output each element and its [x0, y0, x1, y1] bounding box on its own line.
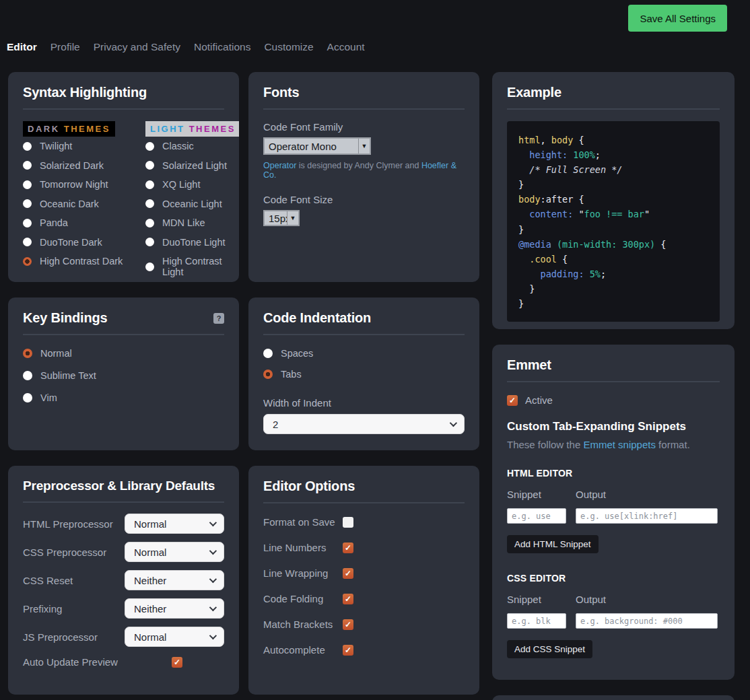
- theme-option-panda[interactable]: Panda: [23, 217, 133, 228]
- chevron-down-icon: [450, 419, 457, 427]
- line-numbers-checkbox[interactable]: [343, 542, 353, 553]
- radio-icon[interactable]: [263, 349, 273, 358]
- theme-option-high-contrast-light[interactable]: High Contrast Light: [145, 256, 239, 277]
- keybinding-option-normal[interactable]: Normal: [23, 348, 224, 359]
- chevron-down-icon: [209, 632, 217, 639]
- radio-icon-checked[interactable]: [263, 370, 273, 379]
- theme-option-duotone-dark[interactable]: DuoTone Dark: [23, 237, 133, 248]
- radio-icon[interactable]: [23, 219, 32, 228]
- theme-option-tomorrow-night[interactable]: Tomorrow Night: [23, 179, 133, 190]
- theme-option-solarized-light[interactable]: Solarized Light: [145, 160, 239, 171]
- panel-title: Example: [507, 85, 720, 100]
- code-font-size-select[interactable]: 15px ▼: [263, 210, 300, 226]
- radio-icon[interactable]: [23, 142, 32, 151]
- keybinding-option-sublime[interactable]: Sublime Text: [23, 370, 224, 381]
- radio-icon[interactable]: [145, 238, 154, 246]
- preprocessor-defaults-panel: Preprocessor & Library Defaults HTML Pre…: [8, 466, 239, 695]
- keybinding-option-vim[interactable]: Vim: [23, 392, 224, 403]
- emmet-snippets-link[interactable]: Emmet snippets: [583, 439, 656, 450]
- radio-icon-checked[interactable]: [23, 257, 32, 266]
- theme-option-oceanic-dark[interactable]: Oceanic Dark: [23, 199, 133, 209]
- radio-icon[interactable]: [145, 180, 154, 189]
- radio-icon[interactable]: [23, 371, 32, 380]
- field-label: Match Brackets: [263, 619, 343, 630]
- radio-icon[interactable]: [145, 142, 154, 151]
- theme-option-xq-light[interactable]: XQ Light: [145, 179, 239, 190]
- emmet-active-row[interactable]: Active: [507, 394, 720, 406]
- autocomplete-checkbox[interactable]: [343, 645, 353, 656]
- indent-option-tabs[interactable]: Tabs: [263, 369, 465, 380]
- radio-icon[interactable]: [23, 180, 32, 189]
- fonts-panel: Fonts Code Font Family Operator Mono ▼ O…: [248, 72, 479, 282]
- divider: [263, 502, 465, 503]
- theme-option-high-contrast-dark[interactable]: High Contrast Dark: [23, 256, 133, 267]
- chevron-down-icon: [209, 575, 217, 583]
- dark-themes-badge: DARK THEMES: [23, 121, 115, 137]
- operator-link[interactable]: Operator: [263, 161, 296, 170]
- html-output-input[interactable]: [576, 508, 718, 524]
- width-of-indent-label: Width of Indent: [263, 397, 465, 409]
- width-of-indent-select[interactable]: 2: [263, 414, 465, 434]
- auto-update-preview-checkbox[interactable]: [172, 657, 182, 668]
- field-label: Line Numbers: [263, 542, 343, 553]
- tab-account[interactable]: Account: [327, 41, 365, 53]
- line-wrapping-checkbox[interactable]: [343, 568, 353, 579]
- theme-option-mdn-like[interactable]: MDN Like: [145, 217, 239, 228]
- css-output-input[interactable]: [576, 613, 718, 629]
- js-preprocessor-select[interactable]: Normal: [125, 627, 224, 647]
- tab-customize[interactable]: Customize: [264, 41, 313, 53]
- add-css-snippet-button[interactable]: Add CSS Snippet: [507, 640, 592, 658]
- theme-option-oceanic-light[interactable]: Oceanic Light: [145, 199, 239, 209]
- divider: [23, 334, 224, 335]
- radio-icon[interactable]: [145, 199, 154, 208]
- example-code: html, body { height: 100%; /* Full Scree…: [507, 121, 720, 322]
- code-font-family-select[interactable]: Operator Mono ▼: [263, 137, 371, 155]
- css-snippet-input[interactable]: [507, 613, 566, 629]
- light-themes-badge: LIGHT THEMES: [145, 121, 239, 137]
- snippet-label: Snippet: [507, 594, 576, 605]
- indent-option-spaces[interactable]: Spaces: [263, 348, 465, 359]
- divider: [23, 501, 224, 503]
- custom-snippets-heading: Custom Tab-Expanding Snippets: [507, 420, 720, 433]
- radio-icon[interactable]: [23, 393, 32, 403]
- divider: [263, 108, 465, 110]
- format-on-save-checkbox[interactable]: [343, 517, 353, 528]
- question-mark-icon[interactable]: ?: [213, 313, 224, 324]
- tab-privacy-and-safety[interactable]: Privacy and Safety: [94, 41, 180, 53]
- radio-icon[interactable]: [145, 219, 154, 228]
- css-reset-select[interactable]: Neither: [125, 570, 224, 590]
- field-label: Code Folding: [263, 593, 343, 604]
- radio-icon[interactable]: [145, 262, 154, 271]
- dropdown-arrow-icon[interactable]: ▼: [287, 211, 298, 225]
- key-bindings-panel: Key Bindings ? Normal Sublime Text Vim: [8, 298, 239, 450]
- css-editor-heading: CSS EDITOR: [507, 573, 720, 584]
- field-label: Format on Save: [263, 516, 343, 528]
- match-brackets-checkbox[interactable]: [343, 619, 353, 630]
- theme-option-solarized-dark[interactable]: Solarized Dark: [23, 160, 133, 171]
- css-preprocessor-select[interactable]: Normal: [125, 542, 224, 562]
- theme-option-twilight[interactable]: Twilight: [23, 141, 133, 151]
- radio-icon[interactable]: [23, 161, 32, 170]
- divider: [507, 381, 720, 382]
- code-folding-checkbox[interactable]: [343, 594, 353, 604]
- dropdown-arrow-icon[interactable]: ▼: [358, 139, 370, 153]
- add-html-snippet-button[interactable]: Add HTML Snippet: [507, 535, 599, 553]
- theme-option-duotone-light[interactable]: DuoTone Light: [145, 237, 239, 248]
- radio-icon[interactable]: [145, 161, 154, 170]
- theme-option-classic[interactable]: Classic: [145, 141, 239, 151]
- editor-options-panel: Editor Options Format on Save Line Numbe…: [248, 466, 479, 695]
- save-all-settings-button[interactable]: Save All Settings: [628, 5, 727, 32]
- tab-editor[interactable]: Editor: [7, 41, 37, 53]
- radio-icon-checked[interactable]: [23, 349, 32, 358]
- radio-icon[interactable]: [23, 238, 32, 246]
- emmet-active-checkbox[interactable]: [507, 395, 518, 406]
- tab-notifications[interactable]: Notifications: [194, 41, 250, 53]
- chevron-down-icon: [209, 604, 217, 611]
- html-snippet-input[interactable]: [507, 508, 566, 524]
- html-preprocessor-select[interactable]: Normal: [125, 514, 224, 534]
- prefixing-select[interactable]: Neither: [125, 598, 224, 619]
- tab-profile[interactable]: Profile: [50, 41, 80, 53]
- field-label: Prefixing: [23, 603, 62, 615]
- radio-icon[interactable]: [23, 199, 32, 208]
- top-bar: Save All Settings: [0, 0, 750, 37]
